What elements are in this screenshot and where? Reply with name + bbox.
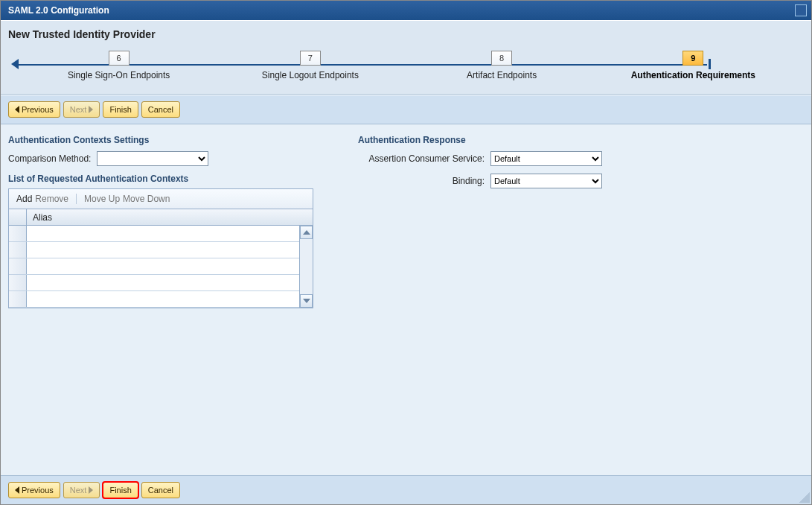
- comparison-method-select[interactable]: [97, 151, 208, 166]
- table-toolbar: Add Remove Move Up Move Down: [9, 189, 313, 209]
- finish-button-bottom[interactable]: Finish: [103, 482, 138, 498]
- binding-label: Binding:: [358, 176, 485, 186]
- cancel-button-bottom[interactable]: Cancel: [141, 482, 180, 498]
- arrow-left-icon: [15, 106, 19, 113]
- acs-select[interactable]: Default: [490, 151, 602, 166]
- next-button: Next: [63, 101, 100, 118]
- auth-response-heading: Authentication Response: [358, 135, 804, 145]
- roadmap-step-7[interactable]: 7 Single Logout Endpoints: [214, 51, 406, 80]
- wizard-title: New Trusted Identity Provider: [1, 20, 811, 43]
- auth-response-column: Authentication Response Assertion Consum…: [358, 135, 804, 465]
- titlebar: SAML 2.0 Configuration: [1, 1, 811, 20]
- move-down-button: Move Down: [123, 194, 170, 204]
- table-row[interactable]: [9, 242, 299, 258]
- binding-select[interactable]: Default: [490, 174, 602, 188]
- add-button[interactable]: Add: [16, 194, 32, 204]
- window-title: SAML 2.0 Configuration: [8, 5, 109, 16]
- arrow-right-icon: [89, 486, 93, 494]
- table-row[interactable]: [9, 258, 299, 275]
- acs-label: Assertion Consumer Service:: [358, 153, 485, 164]
- auth-contexts-column: Authentication Contexts Settings Compari…: [8, 135, 328, 465]
- arrow-left-icon: [15, 486, 19, 494]
- roadmap-step-6[interactable]: 6 Single Sign-On Endpoints: [23, 51, 214, 80]
- auth-contexts-table: Add Remove Move Up Move Down Alias: [8, 188, 313, 308]
- move-up-button: Move Up: [84, 194, 120, 204]
- table-header: Alias: [9, 209, 313, 226]
- scroll-down-icon[interactable]: [300, 294, 313, 308]
- bottom-button-bar: Previous Next Finish Cancel: [1, 475, 811, 504]
- arrow-right-icon: [89, 106, 93, 113]
- resize-grip-icon[interactable]: [799, 492, 810, 503]
- cancel-button[interactable]: Cancel: [141, 101, 180, 118]
- previous-button-bottom[interactable]: Previous: [8, 482, 60, 498]
- table-row[interactable]: [9, 291, 299, 308]
- wizard-roadmap: 6 Single Sign-On Endpoints 7 Single Logo…: [1, 43, 811, 95]
- previous-button[interactable]: Previous: [8, 101, 60, 118]
- remove-button: Remove: [35, 194, 68, 204]
- content-area: Authentication Contexts Settings Compari…: [1, 124, 811, 475]
- comparison-method-label: Comparison Method:: [8, 153, 91, 164]
- maximize-icon[interactable]: [795, 4, 807, 16]
- top-button-bar: Previous Next Finish Cancel: [1, 95, 811, 124]
- auth-contexts-heading: Authentication Contexts Settings: [8, 135, 328, 145]
- table-row[interactable]: [9, 275, 299, 291]
- saml-config-window: SAML 2.0 Configuration New Trusted Ident…: [0, 0, 812, 505]
- roadmap-step-8[interactable]: 8 Artifact Endpoints: [406, 51, 598, 80]
- table-row[interactable]: [9, 226, 299, 242]
- scroll-up-icon[interactable]: [300, 226, 313, 239]
- next-button-bottom: Next: [63, 482, 100, 498]
- alias-column-header[interactable]: Alias: [27, 212, 313, 223]
- auth-contexts-list-heading: List of Requested Authentication Context…: [8, 174, 328, 184]
- table-scrollbar[interactable]: [299, 226, 313, 308]
- finish-button[interactable]: Finish: [103, 101, 138, 118]
- roadmap-step-9[interactable]: 9 Authentication Requirements: [598, 51, 789, 80]
